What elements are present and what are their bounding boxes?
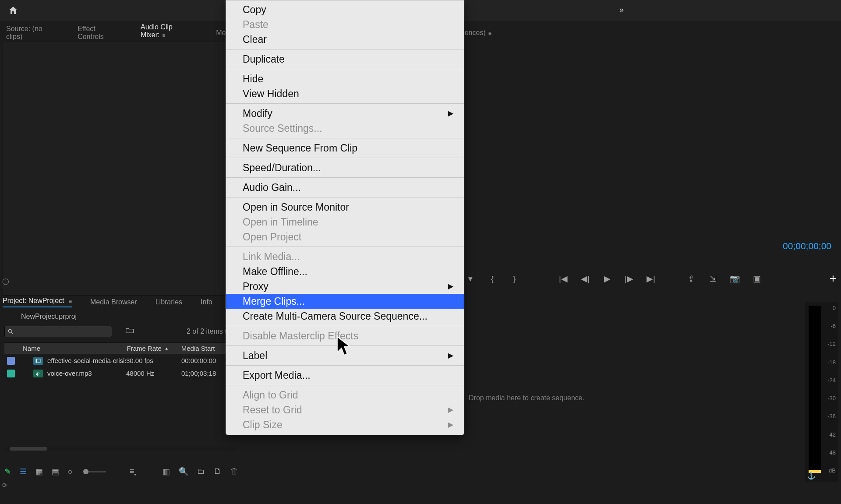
- source-monitor-body: [3, 42, 243, 296]
- col-name[interactable]: Name: [4, 345, 127, 352]
- menu-speed-duration[interactable]: Speed/Duration...: [226, 160, 464, 175]
- tab-project-label: Project: NewProject: [3, 297, 64, 304]
- program-timecode[interactable]: 00;00;00;00: [783, 241, 831, 251]
- menu-export-media[interactable]: Export Media...: [226, 368, 464, 383]
- meter-bar: [809, 306, 821, 473]
- svg-point-0: [8, 329, 11, 332]
- step-fwd-icon[interactable]: |▶: [623, 274, 635, 284]
- row-name: effective-social-media-crisis: [47, 357, 126, 364]
- more-workspaces-icon[interactable]: »: [619, 5, 622, 14]
- menu-open-in-source-monitor[interactable]: Open in Source Monitor: [226, 200, 464, 215]
- menu-open-project: Open Project: [226, 229, 464, 244]
- panel-menu-icon[interactable]: ≡: [488, 30, 491, 36]
- solo-toggle-icon[interactable]: ⚓: [807, 472, 816, 480]
- menu-new-sequence-from-clip[interactable]: New Sequence From Clip: [226, 141, 464, 155]
- button-bar-add-icon[interactable]: +: [830, 271, 837, 285]
- scrollbar-thumb[interactable]: [10, 447, 47, 451]
- freeform-view-icon[interactable]: ▤: [52, 467, 59, 476]
- menu-create-multi-camera-source-sequence[interactable]: Create Multi-Camera Source Sequence...: [226, 309, 464, 324]
- panel-menu-icon[interactable]: ≡: [69, 298, 72, 304]
- menu-open-in-timeline: Open in Timeline: [226, 215, 464, 229]
- comparison-icon[interactable]: ▣: [751, 274, 763, 284]
- project-list: effective-social-media-crisis 30.00 fps …: [4, 354, 237, 380]
- scale-mark: -36: [822, 413, 836, 419]
- zoom-min-icon: ○: [68, 467, 73, 476]
- search-icon: [7, 328, 14, 335]
- new-bin-from-search-icon[interactable]: [125, 327, 134, 336]
- play-icon[interactable]: ▶: [601, 274, 613, 284]
- scale-mark: -12: [822, 341, 836, 347]
- project-panel-tabs: Project: NewProject ≡ Media Browser Libr…: [3, 297, 212, 307]
- new-bin-icon[interactable]: 🗀: [197, 467, 205, 476]
- menu-link-media: Link Media...: [226, 249, 464, 264]
- icon-view-icon[interactable]: ▦: [35, 467, 43, 476]
- horizontal-scrollbar[interactable]: [4, 447, 237, 451]
- panel-menu-icon[interactable]: ≡: [163, 32, 166, 39]
- step-back-icon[interactable]: ◀|: [579, 274, 591, 284]
- menu-clear[interactable]: Clear: [226, 32, 464, 47]
- extract-icon[interactable]: ⇲: [707, 274, 719, 284]
- go-to-out-icon[interactable]: ▶|: [645, 274, 657, 284]
- tab-media-browser[interactable]: Media Browser: [90, 298, 137, 306]
- project-search-row: 2 of 2 items selec: [4, 326, 241, 337]
- automate-to-sequence-icon[interactable]: ▥: [163, 467, 170, 476]
- list-view-icon[interactable]: ☰: [20, 467, 27, 476]
- export-frame-icon[interactable]: 📷: [729, 274, 741, 284]
- add-marker-icon[interactable]: ▾: [464, 274, 477, 284]
- audio-clip-icon: [33, 370, 43, 377]
- find-icon[interactable]: 🔍: [179, 467, 188, 476]
- menu-duplicate[interactable]: Duplicate: [226, 52, 464, 67]
- menu-separator: [226, 365, 464, 366]
- menu-separator: [226, 385, 464, 385]
- menu-copy[interactable]: Copy: [226, 2, 464, 17]
- program-transport: ▾ { } |◀ ◀| ▶ |▶ ▶| ⇪ ⇲ 📷 ▣: [464, 274, 763, 284]
- tab-effect-controls[interactable]: Effect Controls: [78, 25, 122, 41]
- lift-icon[interactable]: ⇪: [685, 274, 697, 284]
- scale-mark: -30: [822, 395, 836, 402]
- menu-proxy[interactable]: Proxy▶: [226, 279, 464, 294]
- row-frame-rate: 48000 Hz: [126, 370, 181, 377]
- menu-separator: [226, 326, 464, 326]
- sort-icon[interactable]: ≡▾: [130, 467, 137, 477]
- menu-modify[interactable]: Modify▶: [226, 106, 464, 121]
- snap-toggle-icon[interactable]: ◯: [2, 278, 9, 285]
- tab-libraries[interactable]: Libraries: [155, 298, 182, 306]
- go-to-in-icon[interactable]: |◀: [557, 274, 569, 284]
- col-frame-rate[interactable]: Frame Rate▲: [127, 345, 181, 352]
- menu-audio-gain[interactable]: Audio Gain...: [226, 180, 464, 195]
- menu-make-offline[interactable]: Make Offline...: [226, 264, 464, 279]
- new-item-icon[interactable]: 🗋: [214, 467, 222, 476]
- row-name: voice-over.mp3: [47, 370, 126, 377]
- sync-settings-icon[interactable]: ⟳: [2, 482, 7, 489]
- tab-source[interactable]: Source: (no clips): [6, 25, 59, 41]
- svg-line-1: [11, 332, 13, 334]
- menu-source-settings: Source Settings...: [226, 121, 464, 136]
- context-menu: CopyPasteClearDuplicateHideView HiddenMo…: [226, 0, 464, 435]
- timeline-drop-hint: Drop media here to create sequence.: [469, 394, 584, 402]
- svg-rect-3: [36, 359, 37, 363]
- thumbnail-zoom-slider[interactable]: [83, 471, 106, 472]
- menu-label[interactable]: Label▶: [226, 348, 464, 363]
- submenu-arrow-icon: ▶: [448, 107, 453, 120]
- tab-info[interactable]: Info: [201, 298, 212, 306]
- menu-view-hidden[interactable]: View Hidden: [226, 86, 464, 101]
- mark-out-icon[interactable]: }: [508, 274, 520, 284]
- tab-audio-clip-mixer[interactable]: Audio Clip Mixer:≡: [141, 23, 198, 42]
- label-swatch[interactable]: [7, 370, 15, 377]
- writable-icon[interactable]: ✎: [4, 467, 11, 476]
- menu-hide[interactable]: Hide: [226, 71, 464, 86]
- menu-merge-clips[interactable]: Merge Clips...: [226, 294, 464, 309]
- project-search-input[interactable]: [4, 326, 112, 337]
- list-row[interactable]: voice-over.mp3 48000 Hz 01;00;03;18: [4, 367, 237, 380]
- label-swatch[interactable]: [7, 357, 15, 365]
- delete-icon[interactable]: 🗑: [230, 467, 238, 476]
- tab-project[interactable]: Project: NewProject ≡: [3, 297, 72, 307]
- audio-master-meter: 0 -6 -12 -18 -24 -30 -36 -42 -48 dB ⚓: [805, 302, 838, 482]
- menu-separator: [226, 247, 464, 247]
- mark-in-icon[interactable]: {: [486, 274, 498, 284]
- video-clip-icon: [33, 357, 43, 365]
- sort-asc-icon: ▲: [164, 346, 169, 351]
- menu-separator: [226, 158, 464, 158]
- list-row[interactable]: effective-social-media-crisis 30.00 fps …: [4, 354, 237, 367]
- row-frame-rate: 30.00 fps: [126, 357, 181, 364]
